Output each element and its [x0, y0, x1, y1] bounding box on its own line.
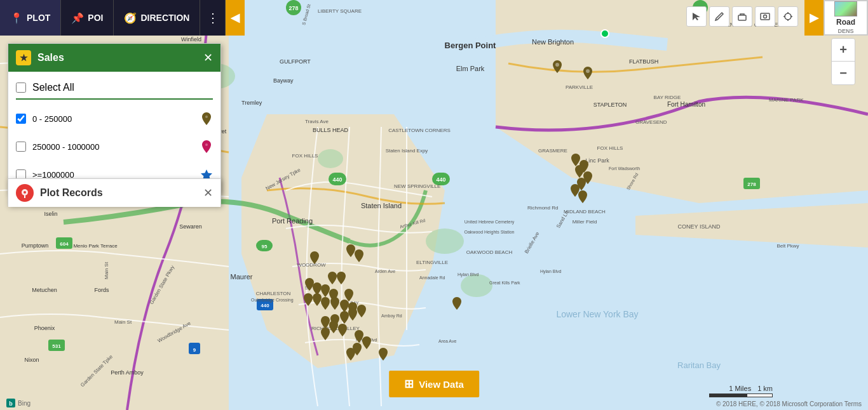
plot-header-icon — [16, 184, 34, 202]
zoom-out-button[interactable]: − — [832, 62, 855, 84]
screenshot-tool[interactable] — [755, 6, 775, 27]
svg-text:Lower New York Bay: Lower New York Bay — [556, 309, 638, 319]
map-marker-green — [600, 29, 609, 38]
svg-text:LIBERTY SQUARE: LIBERTY SQUARE — [318, 8, 362, 14]
sales-star-icon: ★ — [16, 50, 31, 65]
collapse-left-button[interactable]: ◀ — [226, 0, 245, 36]
sales-panel-title: Sales — [37, 52, 203, 63]
location-tool[interactable] — [778, 6, 798, 27]
expand-right-button[interactable]: ▶ — [804, 0, 824, 36]
svg-text:Tremley: Tremley — [241, 100, 262, 106]
svg-text:STAPLETON: STAPLETON — [593, 102, 627, 108]
bing-logo: b Bing — [6, 399, 31, 407]
collapse-left-icon: ◀ — [231, 11, 240, 25]
svg-text:604: 604 — [60, 241, 69, 247]
filter-checkbox-2[interactable] — [16, 142, 26, 152]
scale-bar-segment-2 — [747, 393, 773, 397]
svg-text:9: 9 — [193, 347, 196, 353]
svg-text:531: 531 — [52, 343, 61, 349]
svg-rect-117 — [738, 15, 746, 20]
svg-text:Maurer: Maurer — [231, 273, 253, 281]
svg-text:Miller Field: Miller Field — [573, 219, 597, 225]
map-marker-olive — [452, 297, 461, 312]
scale-line: 1 Miles 1 km — [709, 385, 773, 392]
svg-text:Arden Ave: Arden Ave — [375, 269, 395, 274]
map-marker-olive — [337, 272, 346, 287]
attribution-text: © 2018 HERE, © 2018 Microsoft Corporatio… — [716, 400, 862, 407]
svg-point-125 — [205, 116, 208, 118]
scale-bar-visual — [709, 393, 773, 397]
direction-icon: 🧭 — [124, 12, 137, 24]
svg-text:NEW SPRINGVILLE: NEW SPRINGVILLE — [394, 183, 440, 189]
view-data-button[interactable]: ⊞ View Data — [389, 371, 479, 397]
svg-text:CHARLESTON: CHARLESTON — [256, 291, 291, 296]
svg-text:440: 440 — [436, 176, 445, 183]
svg-point-120 — [785, 13, 791, 20]
svg-text:Belt Pkwy: Belt Pkwy — [776, 243, 799, 249]
svg-point-129 — [24, 191, 26, 194]
svg-text:Pumptown: Pumptown — [22, 242, 49, 249]
map-marker-olive — [330, 297, 339, 312]
top-toolbar: 📍 PLOT 📌 POI 🧭 DIRECTION ⋮ ◀ — [0, 0, 245, 36]
filter-marker-2 — [200, 138, 213, 155]
svg-text:Port Reading: Port Reading — [272, 217, 313, 225]
poi-label: POI — [88, 13, 103, 23]
select-all-row: Select All — [16, 77, 213, 100]
plot-panel-title: Plot Records — [40, 187, 203, 199]
map-marker-olive — [346, 244, 355, 260]
svg-text:MARINE PARK: MARINE PARK — [769, 97, 804, 103]
bing-icon: b — [6, 399, 15, 407]
svg-point-9 — [461, 274, 492, 297]
svg-text:New Brighton: New Brighton — [532, 38, 574, 46]
poi-button[interactable]: 📌 POI — [61, 0, 114, 36]
svg-text:FOX HILLS: FOX HILLS — [597, 145, 623, 151]
svg-rect-118 — [761, 13, 770, 20]
map-marker-olive — [362, 336, 371, 352]
sales-panel-body: Select All 0 - 250000 250000 - 1000000 >… — [8, 72, 220, 194]
sales-panel-close-button[interactable]: ✕ — [203, 51, 213, 65]
svg-text:Raritan Bay: Raritan Bay — [677, 360, 721, 370]
draw-tool[interactable] — [709, 6, 729, 27]
svg-text:Phoenix: Phoenix — [34, 325, 55, 331]
plot-button[interactable]: 📍 PLOT — [0, 0, 61, 36]
svg-text:Winfield: Winfield — [181, 36, 201, 43]
map-marker-olive — [304, 293, 313, 308]
select-all-checkbox[interactable] — [16, 83, 26, 93]
map-type-label: Road — [836, 18, 855, 27]
bing-text: Bing — [18, 400, 31, 407]
filter-checkbox-1[interactable] — [16, 114, 26, 124]
filter-row-1: 0 - 250000 — [16, 105, 213, 133]
svg-text:Travis Ave: Travis Ave — [305, 119, 329, 124]
view-data-label: View Data — [419, 379, 464, 390]
svg-text:Elm Park: Elm Park — [456, 65, 485, 72]
svg-point-119 — [764, 15, 767, 18]
svg-text:United Hebrew Cemetery: United Hebrew Cemetery — [465, 220, 515, 225]
erase-tool[interactable] — [732, 6, 752, 27]
direction-button[interactable]: 🧭 DIRECTION — [114, 0, 200, 36]
svg-point-116 — [586, 69, 590, 73]
map-type-button[interactable]: Road DENS — [824, 0, 868, 36]
svg-text:Outerbridge Crossing: Outerbridge Crossing — [251, 298, 294, 303]
plot-panel-close-button[interactable]: ✕ — [203, 186, 213, 200]
sales-panel: ★ Sales ✕ Select All 0 - 250000 250000 -… — [8, 43, 221, 194]
svg-text:OAKWOOD BEACH: OAKWOOD BEACH — [466, 249, 513, 255]
svg-text:PARKVILLE: PARKVILLE — [566, 84, 593, 90]
svg-text:Staten Island Expy: Staten Island Expy — [386, 148, 428, 154]
svg-text:BAY RIDGE: BAY RIDGE — [654, 95, 681, 100]
svg-text:Staten Island: Staten Island — [361, 202, 402, 209]
svg-text:Metuchen: Metuchen — [32, 287, 57, 293]
cursor-tool[interactable] — [686, 6, 707, 27]
svg-text:Great Kills Park: Great Kills Park — [489, 281, 520, 285]
svg-text:CONEY ISLAND: CONEY ISLAND — [678, 223, 721, 230]
zoom-in-button[interactable]: + — [832, 39, 855, 62]
filter-label-1: 0 - 250000 — [32, 114, 194, 124]
svg-text:Richmond Rd: Richmond Rd — [527, 205, 558, 211]
map-marker-olive — [321, 297, 330, 312]
map-marker-olive — [355, 249, 363, 265]
svg-text:Bayway: Bayway — [273, 77, 294, 84]
filter-row-2: 250000 - 1000000 — [16, 133, 213, 161]
more-button[interactable]: ⋮ — [200, 0, 226, 36]
filter-marker-1 — [200, 110, 213, 128]
svg-text:Fort Wadsworth: Fort Wadsworth — [609, 166, 640, 171]
svg-text:440: 440 — [332, 176, 342, 183]
